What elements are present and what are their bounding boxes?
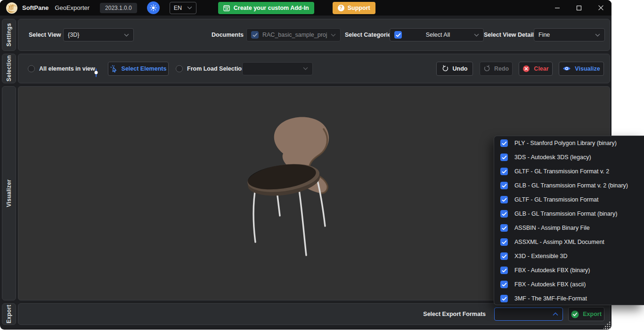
tab-export[interactable]: Export (2, 303, 16, 325)
format-option[interactable]: GLB - GL Transmission Format v. 2 (binar… (494, 178, 644, 193)
format-label: PLY - Stanford Polygon Library (binary) (514, 140, 617, 146)
select-elements-label: Select Elements (122, 65, 167, 72)
clear-label: Clear (534, 65, 548, 72)
undo-icon (442, 65, 449, 72)
documents-dropdown[interactable]: RAC_basic_sample_proje (246, 28, 341, 41)
format-option[interactable]: 3DS - Autodesk 3DS (legacy) (494, 150, 644, 164)
format-label: ASSXML - Assimp XML Document (514, 239, 604, 245)
titlebar: SoftPane GeoExporter 2023.1.0.0 EN (0, 0, 611, 16)
support-button[interactable]: ? Support (333, 2, 375, 14)
select-view-dropdown[interactable]: {3D} (63, 28, 134, 41)
export-formats-popup: PLY - Stanford Polygon Library (binary) … (494, 136, 644, 305)
format-option[interactable]: GLTF - GL Transmission Format (494, 193, 644, 207)
format-checkbox[interactable] (500, 182, 508, 189)
maximize-button[interactable] (568, 0, 590, 16)
tab-selection[interactable]: Selection (2, 54, 16, 83)
chevron-down-icon (331, 33, 336, 37)
documents-label: Documents (212, 32, 244, 38)
format-label: ASSBIN - Assimp Binary File (514, 225, 590, 231)
format-option[interactable]: GLTF - GL Transmission Format v. 2 (494, 164, 644, 178)
language-select[interactable]: EN (170, 2, 196, 14)
minimize-icon (554, 5, 560, 11)
format-checkbox[interactable] (500, 267, 508, 274)
clear-button[interactable]: Clear (519, 62, 553, 76)
sun-icon (150, 4, 157, 11)
select-categories-label: Select Categories (345, 32, 394, 38)
minimize-button[interactable] (546, 0, 568, 16)
format-checkbox[interactable] (500, 295, 508, 302)
chair-seat (246, 160, 322, 200)
cursor-select-icon (110, 65, 118, 73)
select-view-detail-label: Select View Detail (484, 32, 534, 38)
format-option[interactable]: 3MF - The 3MF-File-Format (494, 292, 644, 305)
format-option[interactable]: FBX - Autodesk FBX (ascii) (494, 277, 644, 292)
from-load-label: From Load Selection (187, 65, 245, 72)
export-panel: Select Export Formats Export (18, 303, 610, 325)
select-view-detail-dropdown[interactable]: Fine (534, 28, 605, 41)
redo-button[interactable]: Redo (480, 62, 513, 76)
redo-icon (483, 65, 490, 72)
theme-toggle-button[interactable] (147, 1, 160, 14)
all-elements-label: All elements in view (39, 65, 95, 72)
format-checkbox[interactable] (500, 139, 508, 147)
close-button[interactable] (590, 0, 611, 16)
softpane-logo (6, 2, 18, 14)
tab-visualizer[interactable]: Visualizer (2, 86, 16, 300)
from-load-radio[interactable] (176, 65, 183, 72)
select-categories-value: Select All (406, 32, 470, 38)
export-formats-label: Select Export Formats (423, 311, 486, 317)
all-elements-radio[interactable] (28, 65, 35, 72)
format-label: FBX - Autodesk FBX (binary) (514, 267, 590, 274)
format-checkbox[interactable] (500, 224, 508, 232)
calendar-icon: 16 (223, 5, 230, 11)
visualize-button[interactable]: Visualize (559, 62, 604, 76)
undo-button[interactable]: Undo (436, 62, 473, 76)
resize-grip[interactable] (603, 322, 611, 329)
format-option[interactable]: PLY - Stanford Polygon Library (binary) (494, 136, 644, 150)
load-selection-dropdown[interactable] (242, 62, 313, 75)
format-label: X3D - Extensible 3D (514, 253, 568, 259)
brand-name: SoftPane (22, 4, 49, 11)
select-elements-button[interactable]: Select Elements (108, 62, 169, 76)
format-option[interactable]: X3D - Extensible 3D (494, 249, 644, 263)
export-label: Export (583, 311, 602, 317)
export-check-icon (571, 310, 579, 318)
chevron-down-icon (595, 33, 600, 37)
export-button[interactable]: Export (568, 307, 604, 321)
select-view-label: Select View (29, 32, 61, 38)
question-icon: ? (338, 5, 344, 11)
close-icon (598, 5, 604, 11)
format-checkbox[interactable] (500, 196, 508, 203)
chevron-down-icon (124, 33, 129, 37)
chevron-up-icon (553, 312, 558, 316)
format-label: GLB - GL Transmission Format (binary) (514, 211, 617, 217)
format-option[interactable]: GLB - GL Transmission Format (binary) (494, 207, 644, 221)
language-value: EN (174, 5, 184, 11)
window-controls (546, 0, 611, 16)
support-label: Support (348, 5, 370, 11)
chevron-down-icon (474, 33, 479, 37)
format-checkbox[interactable] (500, 238, 508, 246)
create-addin-button[interactable]: 16 Create your custom Add-In (218, 2, 314, 14)
tab-settings[interactable]: Settings (2, 19, 16, 51)
format-option[interactable]: ASSXML - Assimp XML Document (494, 235, 644, 249)
select-all-checkbox[interactable] (394, 31, 402, 39)
svg-text:16: 16 (225, 8, 228, 10)
format-label: GLB - GL Transmission Format v. 2 (binar… (514, 182, 628, 189)
format-option[interactable]: FBX - Autodesk FBX (binary) (494, 263, 644, 277)
chevron-down-icon (187, 6, 192, 9)
format-checkbox[interactable] (500, 252, 508, 260)
format-checkbox[interactable] (500, 154, 508, 161)
format-option[interactable]: ASSBIN - Assimp Binary File (494, 221, 644, 235)
version-badge: 2023.1.0.0 (100, 3, 137, 13)
select-elements-radio[interactable] (96, 68, 97, 77)
format-checkbox[interactable] (500, 281, 508, 288)
chevron-down-icon (303, 67, 308, 70)
documents-value: RAC_basic_sample_proje (262, 32, 327, 38)
undo-label: Undo (453, 65, 468, 72)
documents-checkbox[interactable] (251, 31, 259, 39)
export-formats-dropdown[interactable] (494, 308, 563, 321)
select-categories-dropdown[interactable]: Select All (390, 28, 484, 41)
format-checkbox[interactable] (500, 210, 508, 218)
format-checkbox[interactable] (500, 168, 508, 175)
